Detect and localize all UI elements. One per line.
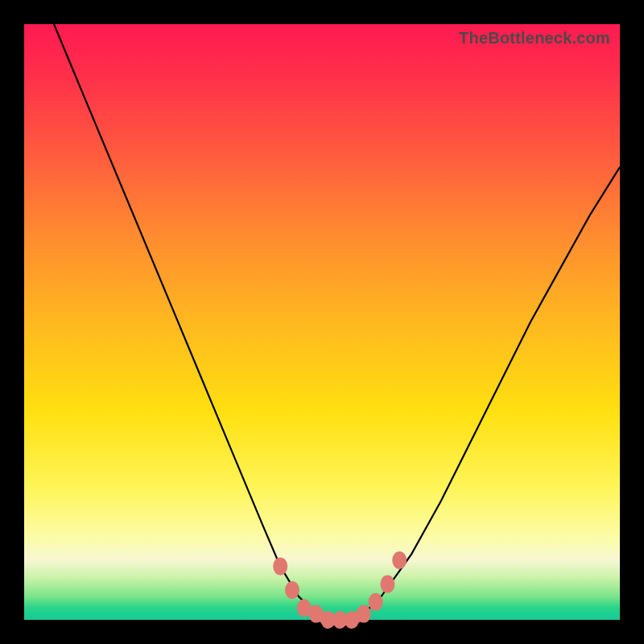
marker-point (357, 605, 371, 623)
chart-frame: TheBottleneck.com (24, 24, 620, 620)
markers-group (273, 551, 407, 629)
marker-point (285, 581, 299, 599)
bottleneck-curve (54, 24, 620, 620)
marker-point (369, 593, 383, 611)
chart-stage: TheBottleneck.com (0, 0, 644, 644)
marker-point (273, 557, 287, 575)
marker-point (380, 576, 394, 593)
chart-svg (24, 24, 620, 620)
marker-point (392, 551, 407, 569)
